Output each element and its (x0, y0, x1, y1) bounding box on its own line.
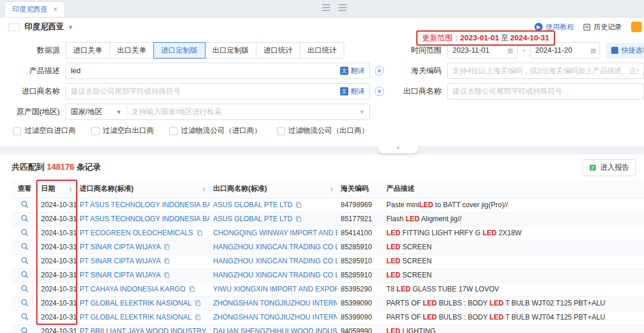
view-magnifier-icon[interactable] (20, 214, 29, 224)
history-button[interactable]: 历史记录 (583, 22, 622, 32)
origin-input[interactable] (127, 108, 359, 116)
view-magnifier-icon[interactable] (20, 313, 29, 322)
menu-icon[interactable] (338, 4, 347, 11)
importer-link[interactable]: PT ASUS TECHNOLOGY INDONESIA BA... (80, 215, 210, 223)
view-magnifier-icon[interactable] (20, 284, 29, 294)
filter-checkbox[interactable]: 过滤空白进口商 (13, 126, 76, 136)
exporter-link[interactable]: CHONGQING WINWAY IMPORT AND E... (213, 229, 337, 237)
quick-options-icon (611, 47, 618, 54)
importer-link[interactable]: PT ECOGREEN OLEOCHEMICALS (80, 229, 193, 237)
importer-link[interactable]: PT GLOBAL ELEKTRIK NASIONAL (80, 313, 191, 321)
data-source-option[interactable]: 出口定制版 (205, 42, 257, 59)
column-header: 海关编码 (337, 180, 383, 198)
copy-icon[interactable] (194, 314, 201, 321)
data-source-option[interactable]: 进口关单 (66, 42, 110, 59)
importer-link[interactable]: PT SINAR CIPTA WIJAYA (80, 271, 160, 279)
promo-icon[interactable] (631, 22, 642, 32)
exporter-link[interactable]: ZHONGSHAN TONGJIUZHOU INTERNA... (213, 299, 337, 307)
copy-icon[interactable] (295, 215, 302, 222)
checkbox-box[interactable] (277, 127, 285, 135)
results-panel: 共匹配到148176条记录 进入报告 查看日期▲▼进口商名称(标准)▲▼出口商名… (0, 155, 644, 333)
importer-field[interactable]: 文 翻译 (66, 83, 370, 99)
origin-select[interactable]: 国家/地区 ▼ (66, 104, 127, 119)
column-header: 产品描述 (383, 180, 644, 198)
exact-match-toggle-icon[interactable] (375, 87, 384, 96)
importer-link[interactable]: PT BRILLIANT JAYA WOOD INDUSTRY (80, 327, 206, 333)
importer-link[interactable]: PT GLOBAL ELEKTRIK NASIONAL (80, 299, 191, 307)
copy-icon[interactable] (295, 201, 302, 208)
highlight-led: LED (396, 285, 410, 293)
exporter-link[interactable]: DALIAN SHENGZHIHUI WOOD INDUST... (213, 327, 337, 333)
checkbox-box[interactable] (169, 127, 177, 135)
checkbox-label: 过滤物流公司（出口商） (289, 126, 369, 136)
view-cell (12, 310, 37, 324)
filter-checkbox[interactable]: 过滤空白出口商 (91, 126, 155, 136)
exporter-field[interactable] (447, 83, 644, 99)
origin-field[interactable]: 国家/地区 ▼ ▼ (66, 104, 370, 120)
column-header[interactable]: 日期▲▼ (37, 180, 76, 198)
copy-icon[interactable] (189, 286, 196, 293)
importer-link[interactable]: PT SINAR CIPTA WIJAYA (80, 257, 160, 265)
exporter-link[interactable]: HANGZHOU XINGCAN TRADING CO LTD (213, 271, 337, 279)
enter-report-button[interactable]: 进入报告 (583, 159, 636, 176)
filter-checkbox[interactable]: 过滤物流公司（出口商） (277, 126, 369, 136)
view-magnifier-icon[interactable] (20, 200, 29, 210)
column-header[interactable]: 进口商名称(标准)▲▼ (76, 180, 210, 198)
checkbox-box[interactable] (91, 127, 100, 135)
copy-icon[interactable] (163, 243, 170, 250)
sort-icon[interactable]: ▲▼ (65, 186, 73, 192)
product-desc-input[interactable] (66, 67, 340, 75)
copy-icon[interactable] (209, 328, 210, 333)
customs-code-field[interactable] (447, 63, 644, 79)
collapse-panel-handle[interactable]: ∧ (378, 144, 418, 153)
importer-link[interactable]: PT ASUS TECHNOLOGY INDONESIA BA... (80, 201, 210, 209)
view-magnifier-icon[interactable] (20, 298, 29, 308)
exporter-input[interactable] (448, 87, 643, 95)
importer-cell: PT SINAR CIPTA WIJAYA (76, 268, 210, 282)
importer-link[interactable]: PT SINAR CIPTA WIJAYA (80, 243, 160, 251)
copy-icon[interactable] (194, 300, 201, 307)
view-cell (12, 198, 37, 212)
exporter-link[interactable]: ASUS GLOBAL PTE LTD (213, 201, 292, 209)
table-body: 2024-10-31PT ASUS TECHNOLOGY INDONESIA B… (12, 198, 644, 333)
data-source-option[interactable]: 出口统计 (300, 42, 344, 59)
sort-icon[interactable]: ▲▼ (198, 186, 206, 192)
customs-code-input[interactable] (448, 67, 643, 75)
view-magnifier-icon[interactable] (20, 242, 29, 252)
data-source-option[interactable]: 进口定制版 (153, 42, 205, 59)
column-header[interactable]: 出口商名称(标准)▲▼ (210, 180, 337, 198)
exact-match-toggle-icon[interactable] (375, 66, 384, 75)
tab-close-icon[interactable]: × (53, 5, 57, 13)
importer-input[interactable] (66, 87, 340, 95)
window-layout-icon[interactable] (322, 4, 330, 11)
copy-icon[interactable] (163, 272, 170, 279)
quick-options-button[interactable]: 快捷选项 (606, 43, 644, 59)
exporter-link[interactable]: ZHONGSHAN TONGJIUZHOU INTERNA... (213, 313, 337, 321)
translate-button[interactable]: 文 翻译 (340, 66, 369, 76)
date-from-input[interactable] (448, 46, 508, 54)
exporter-cell: YIWU XIONGXIN IMPORT AND EXPORT... (210, 282, 337, 296)
chevron-down-icon[interactable]: ▼ (68, 24, 74, 30)
view-magnifier-icon[interactable] (20, 327, 29, 333)
copy-icon[interactable] (163, 258, 170, 265)
exporter-link[interactable]: YIWU XIONGXIN IMPORT AND EXPORT... (213, 285, 337, 293)
view-magnifier-icon[interactable] (20, 256, 29, 266)
translate-button[interactable]: 文 翻译 (340, 87, 369, 97)
exporter-link[interactable]: HANGZHOU XINGCAN TRADING CO LTD (213, 243, 337, 251)
results-count: 148176 (47, 162, 74, 171)
product-desc-field[interactable]: 文 翻译 (66, 63, 370, 79)
importer-link[interactable]: PT CAHAYA INDONESIA KARGO (80, 285, 186, 293)
tab-indonesia[interactable]: 印度尼西亚 × (5, 1, 65, 17)
view-magnifier-icon[interactable] (20, 270, 29, 280)
exporter-link[interactable]: HANGZHOU XINGCAN TRADING CO LTD (213, 257, 337, 265)
product-desc-cell: PARTS OF LED BULBS : BODY LED T BULB WJT… (383, 296, 644, 310)
data-source-option[interactable]: 进口统计 (256, 42, 300, 59)
date-to-input[interactable] (530, 46, 590, 54)
filter-checkbox[interactable]: 过滤物流公司（进口商） (169, 126, 262, 136)
sort-icon[interactable]: ▲▼ (326, 186, 334, 192)
copy-icon[interactable] (196, 229, 203, 236)
view-magnifier-icon[interactable] (20, 228, 29, 238)
exporter-link[interactable]: ASUS GLOBAL PTE LTD (213, 215, 292, 223)
data-source-option[interactable]: 出口关单 (109, 42, 154, 59)
checkbox-box[interactable] (13, 127, 21, 135)
